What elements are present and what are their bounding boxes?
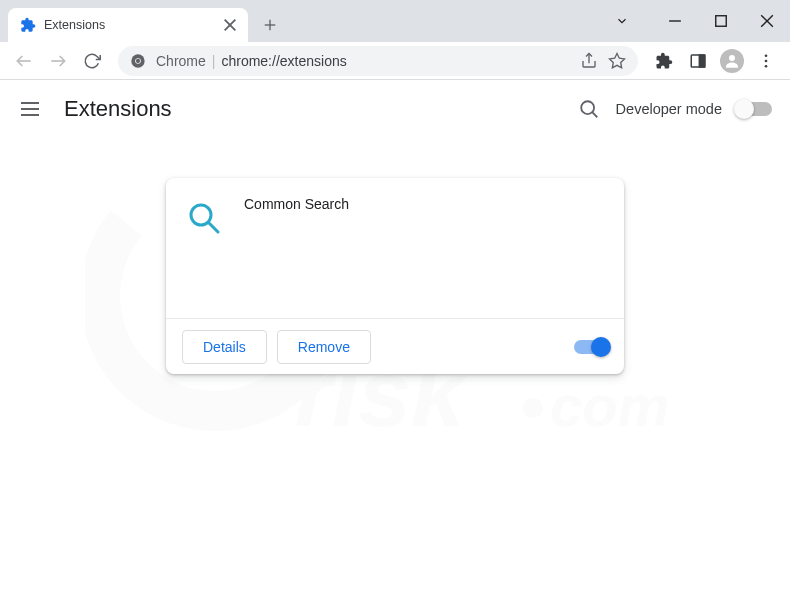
remove-button[interactable]: Remove <box>277 330 371 364</box>
forward-button[interactable] <box>42 45 74 77</box>
omnibox-divider: | <box>212 53 216 69</box>
maximize-button[interactable] <box>698 0 744 42</box>
bookmark-icon[interactable] <box>608 52 626 70</box>
svg-point-3 <box>523 398 543 418</box>
new-tab-button[interactable] <box>256 11 284 39</box>
svg-point-17 <box>136 58 140 62</box>
svg-marker-19 <box>610 53 625 67</box>
svg-rect-22 <box>700 55 705 67</box>
svg-line-31 <box>592 112 597 117</box>
extension-card: Common Search Details Remove <box>166 178 624 374</box>
omnibox-url: chrome://extensions <box>221 53 346 69</box>
extension-body: Common Search <box>166 178 624 318</box>
share-icon[interactable] <box>580 52 598 70</box>
tab-title: Extensions <box>44 18 214 32</box>
svg-rect-6 <box>716 16 727 27</box>
extensions-icon[interactable] <box>648 45 680 77</box>
minimize-button[interactable] <box>652 0 698 42</box>
window-controls <box>612 0 790 42</box>
back-button[interactable] <box>8 45 40 77</box>
reload-button[interactable] <box>76 45 108 77</box>
svg-point-26 <box>765 64 768 67</box>
chrome-icon <box>130 53 146 69</box>
details-button[interactable]: Details <box>182 330 267 364</box>
extension-app-icon <box>186 200 222 236</box>
svg-point-23 <box>729 55 735 61</box>
svg-point-30 <box>581 101 594 114</box>
page-header: Extensions Developer mode <box>0 80 790 138</box>
svg-text:com: com <box>550 373 669 438</box>
toolbar: Chrome | chrome://extensions <box>0 42 790 80</box>
page-title: Extensions <box>64 96 578 122</box>
tab-search-button[interactable] <box>612 0 632 42</box>
developer-mode-label: Developer mode <box>616 101 722 117</box>
hamburger-menu-icon[interactable] <box>18 97 42 121</box>
tab-extensions[interactable]: Extensions <box>8 8 248 42</box>
svg-point-24 <box>765 54 768 57</box>
extension-name: Common Search <box>244 196 349 300</box>
sidepanel-icon[interactable] <box>682 45 714 77</box>
close-window-button[interactable] <box>744 0 790 42</box>
menu-button[interactable] <box>750 45 782 77</box>
avatar-icon <box>720 49 744 73</box>
tab-close-button[interactable] <box>222 17 238 33</box>
omnibox-prefix: Chrome <box>156 53 206 69</box>
svg-point-25 <box>765 59 768 62</box>
content-area: Common Search Details Remove <box>0 138 790 374</box>
extension-enable-toggle[interactable] <box>574 340 608 354</box>
svg-line-33 <box>209 223 218 232</box>
search-icon[interactable] <box>578 98 600 120</box>
profile-button[interactable] <box>716 45 748 77</box>
extension-footer: Details Remove <box>166 318 624 374</box>
address-bar[interactable]: Chrome | chrome://extensions <box>118 46 638 76</box>
puzzle-icon <box>20 17 36 33</box>
developer-mode-toggle[interactable] <box>736 102 772 116</box>
